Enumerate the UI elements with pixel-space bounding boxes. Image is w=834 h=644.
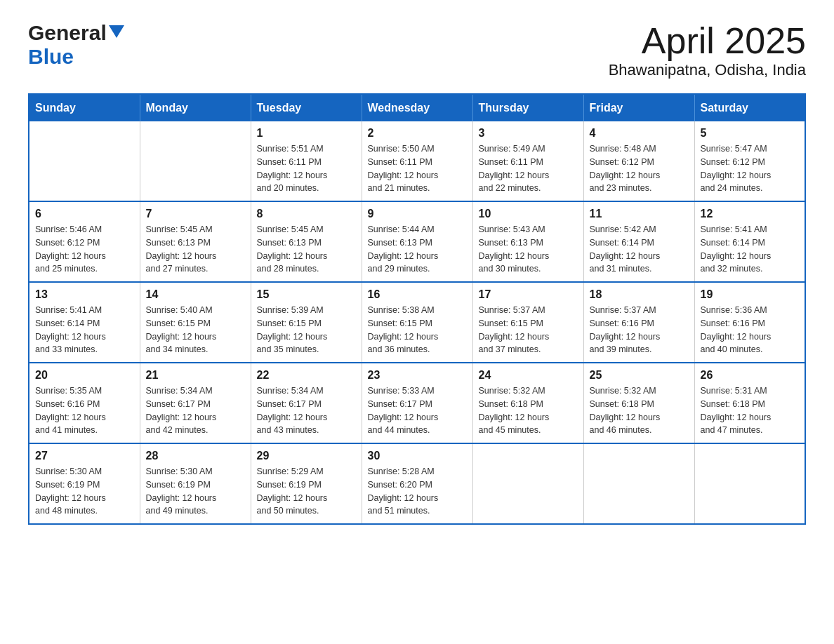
calendar-day-cell: 11Sunrise: 5:42 AMSunset: 6:14 PMDayligh… (583, 201, 694, 282)
day-number: 20 (35, 369, 134, 382)
calendar-week-row: 1Sunrise: 5:51 AMSunset: 6:11 PMDaylight… (29, 121, 805, 201)
day-number: 16 (368, 288, 467, 301)
calendar-day-header: Friday (583, 94, 694, 121)
day-number: 27 (35, 450, 134, 462)
calendar-day-cell: 24Sunrise: 5:32 AMSunset: 6:18 PMDayligh… (472, 363, 583, 443)
day-info: Sunrise: 5:48 AMSunset: 6:12 PMDaylight:… (590, 142, 689, 195)
logo: General Blue (28, 21, 124, 69)
day-number: 25 (590, 369, 689, 382)
day-number: 12 (701, 208, 800, 220)
day-number: 18 (590, 288, 689, 301)
calendar-day-cell: 6Sunrise: 5:46 AMSunset: 6:12 PMDaylight… (29, 201, 140, 282)
day-number: 1 (257, 127, 356, 140)
calendar-day-cell: 12Sunrise: 5:41 AMSunset: 6:14 PMDayligh… (694, 201, 805, 282)
calendar-day-cell: 26Sunrise: 5:31 AMSunset: 6:18 PMDayligh… (694, 363, 805, 443)
day-number: 26 (701, 369, 800, 382)
day-number: 19 (701, 288, 800, 301)
day-info: Sunrise: 5:30 AMSunset: 6:19 PMDaylight:… (146, 465, 245, 518)
day-info: Sunrise: 5:34 AMSunset: 6:17 PMDaylight:… (146, 384, 245, 437)
day-number: 30 (368, 450, 467, 462)
day-info: Sunrise: 5:32 AMSunset: 6:18 PMDaylight:… (479, 384, 578, 437)
day-number: 21 (146, 369, 245, 382)
calendar-day-cell: 3Sunrise: 5:49 AMSunset: 6:11 PMDaylight… (472, 121, 583, 201)
day-number: 29 (257, 450, 356, 462)
calendar-day-header: Monday (140, 94, 251, 121)
day-info: Sunrise: 5:29 AMSunset: 6:19 PMDaylight:… (257, 465, 356, 518)
calendar-day-cell: 16Sunrise: 5:38 AMSunset: 6:15 PMDayligh… (362, 282, 472, 363)
day-info: Sunrise: 5:35 AMSunset: 6:16 PMDaylight:… (35, 384, 134, 437)
day-number: 28 (146, 450, 245, 462)
calendar-day-header: Sunday (29, 94, 140, 121)
calendar-day-cell: 4Sunrise: 5:48 AMSunset: 6:12 PMDaylight… (583, 121, 694, 201)
logo-blue-text: Blue (28, 45, 74, 68)
calendar-day-cell: 8Sunrise: 5:45 AMSunset: 6:13 PMDaylight… (251, 201, 362, 282)
day-info: Sunrise: 5:36 AMSunset: 6:16 PMDaylight:… (701, 304, 800, 356)
calendar-day-cell: 17Sunrise: 5:37 AMSunset: 6:15 PMDayligh… (472, 282, 583, 363)
calendar-day-cell: 25Sunrise: 5:32 AMSunset: 6:18 PMDayligh… (583, 363, 694, 443)
day-info: Sunrise: 5:45 AMSunset: 6:13 PMDaylight:… (146, 223, 245, 276)
day-number: 8 (257, 208, 356, 220)
day-info: Sunrise: 5:34 AMSunset: 6:17 PMDaylight:… (257, 384, 356, 437)
day-info: Sunrise: 5:51 AMSunset: 6:11 PMDaylight:… (257, 142, 356, 195)
calendar-header-row: SundayMondayTuesdayWednesdayThursdayFrid… (29, 94, 805, 121)
day-info: Sunrise: 5:45 AMSunset: 6:13 PMDaylight:… (257, 223, 356, 276)
day-info: Sunrise: 5:40 AMSunset: 6:15 PMDaylight:… (146, 304, 245, 356)
day-info: Sunrise: 5:31 AMSunset: 6:18 PMDaylight:… (701, 384, 800, 437)
calendar-day-cell: 5Sunrise: 5:47 AMSunset: 6:12 PMDaylight… (694, 121, 805, 201)
day-number: 24 (479, 369, 578, 382)
calendar-day-header: Saturday (694, 94, 805, 121)
svg-marker-0 (109, 25, 124, 38)
day-info: Sunrise: 5:38 AMSunset: 6:15 PMDaylight:… (368, 304, 467, 356)
calendar-day-cell: 28Sunrise: 5:30 AMSunset: 6:19 PMDayligh… (140, 443, 251, 524)
calendar-week-row: 20Sunrise: 5:35 AMSunset: 6:16 PMDayligh… (29, 363, 805, 443)
day-info: Sunrise: 5:32 AMSunset: 6:18 PMDaylight:… (590, 384, 689, 437)
day-number: 3 (479, 127, 578, 140)
day-info: Sunrise: 5:30 AMSunset: 6:19 PMDaylight:… (35, 465, 134, 518)
day-number: 13 (35, 288, 134, 301)
day-info: Sunrise: 5:42 AMSunset: 6:14 PMDaylight:… (590, 223, 689, 276)
calendar-day-cell: 19Sunrise: 5:36 AMSunset: 6:16 PMDayligh… (694, 282, 805, 363)
day-number: 4 (590, 127, 689, 140)
calendar-day-cell (472, 443, 583, 524)
day-number: 22 (257, 369, 356, 382)
calendar-table: SundayMondayTuesdayWednesdayThursdayFrid… (28, 93, 806, 525)
calendar-week-row: 13Sunrise: 5:41 AMSunset: 6:14 PMDayligh… (29, 282, 805, 363)
calendar-week-row: 27Sunrise: 5:30 AMSunset: 6:19 PMDayligh… (29, 443, 805, 524)
calendar-day-cell: 7Sunrise: 5:45 AMSunset: 6:13 PMDaylight… (140, 201, 251, 282)
month-year-title: April 2025 (609, 21, 806, 61)
calendar-day-cell: 1Sunrise: 5:51 AMSunset: 6:11 PMDaylight… (251, 121, 362, 201)
calendar-day-cell: 2Sunrise: 5:50 AMSunset: 6:11 PMDaylight… (362, 121, 472, 201)
calendar-day-header: Thursday (472, 94, 583, 121)
day-info: Sunrise: 5:44 AMSunset: 6:13 PMDaylight:… (368, 223, 467, 276)
day-info: Sunrise: 5:33 AMSunset: 6:17 PMDaylight:… (368, 384, 467, 437)
logo-general-text: General (28, 21, 107, 45)
day-info: Sunrise: 5:50 AMSunset: 6:11 PMDaylight:… (368, 142, 467, 195)
day-info: Sunrise: 5:49 AMSunset: 6:11 PMDaylight:… (479, 142, 578, 195)
calendar-day-cell (694, 443, 805, 524)
calendar-day-cell: 9Sunrise: 5:44 AMSunset: 6:13 PMDaylight… (362, 201, 472, 282)
calendar-day-cell: 13Sunrise: 5:41 AMSunset: 6:14 PMDayligh… (29, 282, 140, 363)
day-info: Sunrise: 5:41 AMSunset: 6:14 PMDaylight:… (701, 223, 800, 276)
calendar-day-cell: 21Sunrise: 5:34 AMSunset: 6:17 PMDayligh… (140, 363, 251, 443)
day-number: 11 (590, 208, 689, 220)
day-number: 14 (146, 288, 245, 301)
calendar-day-cell: 20Sunrise: 5:35 AMSunset: 6:16 PMDayligh… (29, 363, 140, 443)
calendar-day-cell: 27Sunrise: 5:30 AMSunset: 6:19 PMDayligh… (29, 443, 140, 524)
calendar-day-header: Tuesday (251, 94, 362, 121)
calendar-day-cell (29, 121, 140, 201)
day-info: Sunrise: 5:37 AMSunset: 6:15 PMDaylight:… (479, 304, 578, 356)
calendar-week-row: 6Sunrise: 5:46 AMSunset: 6:12 PMDaylight… (29, 201, 805, 282)
day-info: Sunrise: 5:47 AMSunset: 6:12 PMDaylight:… (701, 142, 800, 195)
day-number: 6 (35, 208, 134, 220)
title-block: April 2025 Bhawanipatna, Odisha, India (609, 21, 806, 79)
day-info: Sunrise: 5:37 AMSunset: 6:16 PMDaylight:… (590, 304, 689, 356)
calendar-day-cell: 22Sunrise: 5:34 AMSunset: 6:17 PMDayligh… (251, 363, 362, 443)
day-info: Sunrise: 5:39 AMSunset: 6:15 PMDaylight:… (257, 304, 356, 356)
calendar-day-cell: 15Sunrise: 5:39 AMSunset: 6:15 PMDayligh… (251, 282, 362, 363)
day-number: 2 (368, 127, 467, 140)
day-info: Sunrise: 5:28 AMSunset: 6:20 PMDaylight:… (368, 465, 467, 518)
day-number: 23 (368, 369, 467, 382)
day-number: 7 (146, 208, 245, 220)
day-number: 15 (257, 288, 356, 301)
day-number: 10 (479, 208, 578, 220)
